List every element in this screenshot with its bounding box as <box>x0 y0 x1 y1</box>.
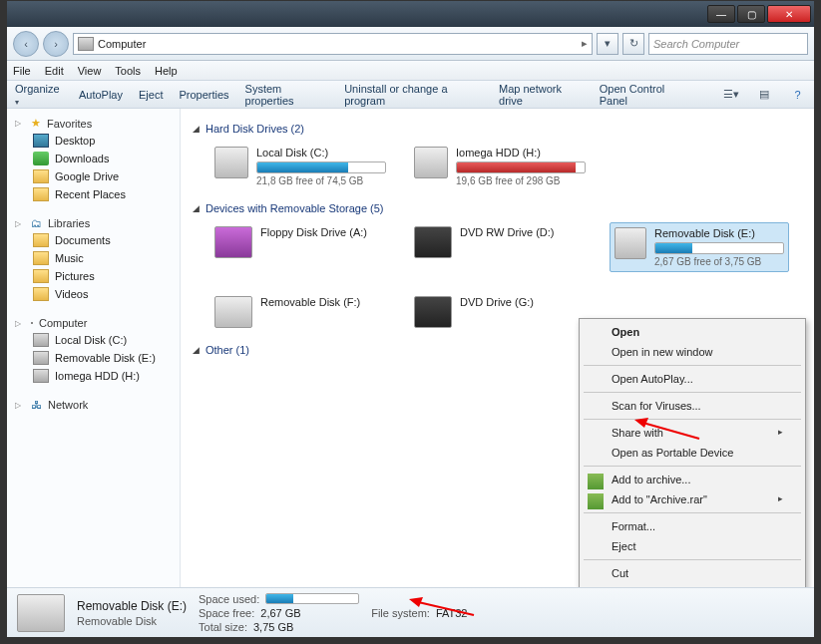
sidebar-downloads[interactable]: Downloads <box>7 150 180 167</box>
forward-button[interactable]: › <box>43 31 69 57</box>
content-pane: ◢Hard Disk Drives (2) Local Disk (C:) 21… <box>181 109 814 587</box>
ctx-portable[interactable]: Open as Portable Device <box>582 443 803 463</box>
drive-icon <box>33 369 49 383</box>
sidebar-localc[interactable]: Local Disk (C:) <box>7 331 180 349</box>
sidebar-libraries[interactable]: ▷🗂Libraries <box>7 215 180 231</box>
sidebar-network[interactable]: ▷🖧Network <box>7 397 180 413</box>
sidebar-music[interactable]: Music <box>7 249 180 267</box>
drive-f[interactable]: Removable Disk (F:) <box>210 292 390 332</box>
refresh-button[interactable]: ↻ <box>622 33 644 55</box>
sidebar: ▷★Favorites Desktop Downloads Google Dri… <box>7 109 181 587</box>
archive-icon <box>588 493 604 509</box>
recent-icon <box>33 187 49 201</box>
drive-c[interactable]: Local Disk (C:) 21,8 GB free of 74,5 GB <box>210 143 390 190</box>
ctx-cut[interactable]: Cut <box>582 563 803 583</box>
breadcrumb[interactable]: Computer <box>98 38 578 50</box>
usage-bar <box>654 242 784 254</box>
ctx-open[interactable]: Open <box>582 322 803 342</box>
menu-help[interactable]: Help <box>155 65 178 77</box>
usage-bar <box>256 161 386 173</box>
ctx-share[interactable]: Share with <box>582 423 803 443</box>
autoplay-button[interactable]: AutoPlay <box>79 89 123 101</box>
status-title: Removable Disk (E:) <box>77 599 187 613</box>
sidebar-removable-e[interactable]: Removable Disk (E:) <box>7 349 180 367</box>
sidebar-recent[interactable]: Recent Places <box>7 185 180 203</box>
menu-tools[interactable]: Tools <box>115 65 141 77</box>
drive-g[interactable]: DVD Drive (G:) <box>410 292 590 332</box>
mapnet-button[interactable]: Map network drive <box>499 83 584 107</box>
opencp-button[interactable]: Open Control Panel <box>600 83 690 107</box>
status-free-value: 2,67 GB <box>260 607 300 619</box>
explorer-window: — ▢ ✕ ‹ › Computer ▸ ▾ ↻ Search Computer… <box>6 0 815 638</box>
drive-a[interactable]: Floppy Disk Drive (A:) <box>210 222 390 272</box>
ctx-format[interactable]: Format... <box>582 516 803 536</box>
ctx-add-archive[interactable]: Add to archive... <box>582 470 803 489</box>
dvd-icon <box>414 226 452 258</box>
status-used-label: Space used: <box>199 593 259 605</box>
properties-button[interactable]: Properties <box>179 89 228 101</box>
back-button[interactable]: ‹ <box>13 31 39 57</box>
close-button[interactable]: ✕ <box>767 5 811 23</box>
eject-button[interactable]: Eject <box>139 89 163 101</box>
status-fs-label: File system: <box>371 607 430 619</box>
sidebar-desktop[interactable]: Desktop <box>7 132 180 150</box>
removable-icon <box>17 594 65 632</box>
status-fs-value: FAT32 <box>436 607 468 619</box>
address-dropdown[interactable]: ▾ <box>597 33 618 55</box>
uninstall-button[interactable]: Uninstall or change a program <box>344 83 483 107</box>
nav-row: ‹ › Computer ▸ ▾ ↻ Search Computer <box>7 27 814 61</box>
ctx-open-new[interactable]: Open in new window <box>582 342 803 362</box>
desktop-icon <box>33 134 49 148</box>
drive-e[interactable]: Removable Disk (E:) 2,67 GB free of 3,75… <box>610 222 789 272</box>
removable-icon <box>214 296 252 328</box>
view-icon[interactable]: ☰▾ <box>722 86 740 104</box>
status-total-value: 3,75 GB <box>253 621 293 633</box>
ctx-autoplay[interactable]: Open AutoPlay... <box>582 369 803 389</box>
search-input[interactable]: Search Computer <box>648 33 808 55</box>
music-icon <box>33 251 49 265</box>
documents-icon <box>33 233 49 247</box>
sidebar-computer[interactable]: ▷Computer <box>7 315 180 331</box>
sysprops-button[interactable]: System properties <box>245 83 329 107</box>
favorites-label: Favorites <box>47 118 92 130</box>
chevron-right-icon[interactable]: ▸ <box>582 37 588 50</box>
context-menu: Open Open in new window Open AutoPlay...… <box>579 318 806 587</box>
ctx-eject[interactable]: Eject <box>582 536 803 556</box>
ctx-add-rar[interactable]: Add to "Archive.rar" <box>582 489 803 509</box>
usage-bar <box>456 161 586 173</box>
menu-edit[interactable]: Edit <box>45 65 64 77</box>
sidebar-documents[interactable]: Documents <box>7 231 180 249</box>
toolbar: Organize AutoPlay Eject Properties Syste… <box>7 81 814 109</box>
status-type: Removable Disk <box>77 615 187 627</box>
hdd-icon <box>214 147 248 178</box>
menu-view[interactable]: View <box>78 65 102 77</box>
dvd-icon <box>414 296 452 328</box>
minimize-button[interactable]: — <box>707 5 735 23</box>
drive-d[interactable]: DVD RW Drive (D:) <box>410 222 590 272</box>
category-removable[interactable]: ◢Devices with Removable Storage (5) <box>193 202 802 214</box>
sidebar-pictures[interactable]: Pictures <box>7 267 180 285</box>
titlebar: — ▢ ✕ <box>7 1 814 27</box>
sidebar-iomega[interactable]: Iomega HDD (H:) <box>7 367 180 385</box>
sidebar-favorites[interactable]: ▷★Favorites <box>7 115 180 132</box>
drive-h[interactable]: Iomega HDD (H:) 19,6 GB free of 298 GB <box>410 143 590 190</box>
computer-icon <box>31 322 33 324</box>
organize-button[interactable]: Organize <box>15 83 63 107</box>
preview-pane-icon[interactable]: ▤ <box>756 86 773 104</box>
help-icon[interactable]: ? <box>789 86 806 104</box>
maximize-button[interactable]: ▢ <box>737 5 765 23</box>
pictures-icon <box>33 269 49 283</box>
address-bar[interactable]: Computer ▸ <box>73 33 593 55</box>
menubar: File Edit View Tools Help <box>7 61 814 81</box>
sidebar-videos[interactable]: Videos <box>7 285 180 303</box>
archive-icon <box>588 474 604 489</box>
drive-icon <box>33 351 49 365</box>
status-total-label: Total size: <box>199 621 247 633</box>
ctx-scan[interactable]: Scan for Viruses... <box>582 396 803 416</box>
ctx-copy[interactable]: Copy <box>582 583 803 587</box>
menu-file[interactable]: File <box>13 65 31 77</box>
videos-icon <box>33 287 49 301</box>
computer-icon <box>78 37 94 51</box>
category-hdd[interactable]: ◢Hard Disk Drives (2) <box>193 123 802 135</box>
sidebar-gdrive[interactable]: Google Drive <box>7 167 180 185</box>
